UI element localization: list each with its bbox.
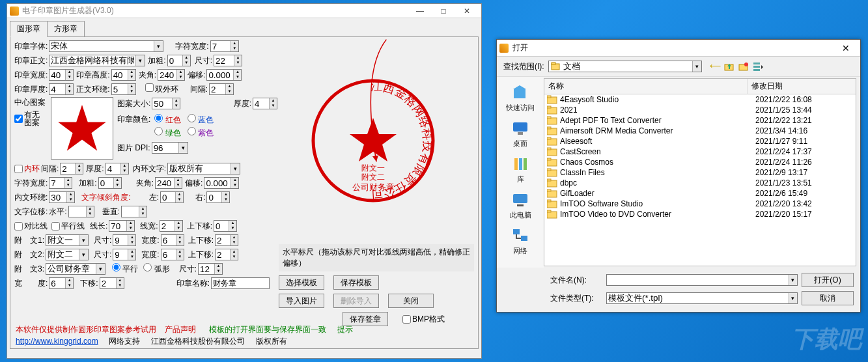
offset-spin[interactable]: ▲▼ (206, 69, 242, 81)
left-spin[interactable]: ▲▼ (160, 191, 184, 203)
lookin-combo[interactable]: ▾ (548, 61, 702, 72)
list-item[interactable]: GifLoader2021/2/6 15:49 (544, 188, 856, 199)
att2-combo[interactable]: ▾ (46, 249, 89, 260)
att2-w-spin[interactable]: ▲▼ (161, 249, 184, 260)
label-innertext: 内环文字: (133, 163, 166, 174)
footer-copy: 版权所有 (256, 337, 287, 346)
text-input[interactable]: ▾ (49, 55, 145, 66)
angle2-spin[interactable]: ▲▼ (155, 177, 182, 189)
down-spin[interactable]: ▲▼ (100, 277, 124, 289)
att2-ud-spin[interactable]: ▲▼ (215, 249, 238, 260)
sw-spin[interactable]: ▲▼ (49, 69, 74, 81)
angle-spin[interactable]: ▲▼ (158, 69, 185, 81)
import-image-button[interactable]: 导入图片 (279, 294, 324, 308)
choose-template-button[interactable]: 选择模板 (279, 275, 324, 290)
view-menu-icon[interactable] (753, 61, 763, 72)
list-item[interactable]: ClassIn Files2021/2/9 13:17 (544, 167, 856, 178)
color-green[interactable]: 绿色 (154, 127, 180, 139)
list-item[interactable]: CastScreen2021/2/24 17:37 (544, 146, 856, 157)
color-red[interactable]: 红色 (154, 114, 180, 126)
att1-combo[interactable]: ▾ (46, 234, 89, 246)
new-folder-icon[interactable] (738, 61, 749, 72)
thick-spin[interactable]: ▲▼ (49, 83, 74, 95)
list-item[interactable]: dbpc2021/1/23 13:51 (544, 178, 856, 188)
att1-w-spin[interactable]: ▲▼ (161, 234, 184, 246)
col-name[interactable]: 名称 (544, 79, 748, 94)
width-spin[interactable]: ▲▼ (49, 277, 74, 289)
att3-combo[interactable]: ▾ (46, 263, 105, 275)
folder-icon (547, 158, 557, 167)
delete-import-button[interactable]: 删除导入 (333, 294, 379, 308)
color-purple[interactable]: 紫色 (188, 127, 214, 139)
charw-spin[interactable]: ▲▼ (210, 40, 239, 52)
stampname-input[interactable] (211, 277, 270, 289)
bold-spin[interactable]: ▲▼ (167, 55, 191, 66)
parallel-checkbox[interactable] (51, 222, 60, 230)
has-pattern-checkbox[interactable] (14, 115, 23, 123)
voff-spin[interactable]: ▲▼ (121, 206, 147, 217)
list-item[interactable]: 4Easysoft Studio2021/2/22 16:08 (544, 94, 856, 105)
diag-checkbox[interactable] (14, 222, 23, 230)
tab-square[interactable]: 方形章 (47, 21, 85, 37)
back-icon[interactable]: ⟵ (710, 61, 720, 72)
list-item[interactable]: 20212021/1/25 13:44 (544, 105, 856, 115)
att2-size-spin[interactable]: ▲▼ (113, 249, 136, 260)
item-date: 2021/2/9 13:17 (755, 168, 853, 177)
list-item[interactable]: Adept PDF To Text Converter2021/2/22 13:… (544, 115, 856, 126)
charw2-spin[interactable]: ▲▼ (49, 177, 72, 189)
save-template-button[interactable]: 保存模板 (333, 275, 379, 290)
place-desktop[interactable]: 桌面 (511, 119, 529, 148)
close-preview-button[interactable]: 关闭 (388, 294, 434, 308)
gap-spin[interactable]: ▲▼ (209, 83, 234, 95)
filetype-combo[interactable]: ▾ (606, 292, 798, 304)
ud-spin[interactable]: ▲▼ (214, 220, 237, 232)
offset2-spin[interactable]: ▲▼ (204, 177, 239, 189)
att3-size-spin[interactable]: ▲▼ (198, 263, 223, 275)
file-rows[interactable]: 4Easysoft Studio2021/2/22 16:0820212021/… (544, 94, 856, 266)
col-date[interactable]: 修改日期 (748, 79, 845, 94)
innergap-spin[interactable]: ▲▼ (60, 163, 83, 174)
up-folder-icon[interactable] (724, 61, 735, 72)
psize-spin[interactable]: ▲▼ (152, 98, 180, 109)
linew-spin[interactable]: ▲▼ (160, 220, 183, 232)
innerwrap-spin[interactable]: ▲▼ (49, 191, 75, 203)
open-button[interactable]: 打开(O) (802, 273, 854, 287)
list-item[interactable]: Chaos Cosmos2021/2/24 11:26 (544, 157, 856, 167)
wrap-spin[interactable]: ▲▼ (111, 83, 136, 95)
size-spin[interactable]: ▲▼ (214, 55, 242, 66)
list-item[interactable]: ImTOO Software Studio2021/2/20 13:42 (544, 199, 856, 209)
font-select[interactable]: ▾ (49, 40, 163, 52)
list-item[interactable]: ImTOO Video to DVD Converter2021/2/20 15… (544, 209, 856, 219)
dpi-combo[interactable]: ▾ (152, 142, 188, 154)
list-item[interactable]: Aiseesoft2021/1/27 9:11 (544, 136, 856, 146)
place-lib[interactable]: 库 (511, 155, 529, 184)
att1-ud-spin[interactable]: ▲▼ (215, 234, 238, 246)
right-spin[interactable]: ▲▼ (206, 191, 230, 203)
tab-round[interactable]: 圆形章 (10, 21, 48, 37)
innertext-combo[interactable]: ▾ (167, 163, 240, 174)
innerthick-spin[interactable]: ▲▼ (105, 163, 129, 174)
filename-combo[interactable]: ▾ (606, 274, 798, 286)
layout-arc-radio[interactable]: 弧形 (143, 263, 169, 275)
double-ring-checkbox[interactable] (145, 83, 154, 92)
list-item[interactable]: Aimersoft DRM Media Converter2021/3/4 14… (544, 126, 856, 136)
minimize-button[interactable]: — (408, 5, 432, 18)
bold2-spin[interactable]: ▲▼ (98, 177, 122, 189)
thick2-spin[interactable]: ▲▼ (253, 98, 277, 109)
close-button[interactable]: ✕ (455, 5, 479, 18)
layout-parallel-radio[interactable]: 平行 (112, 263, 138, 275)
sh-spin[interactable]: ▲▼ (111, 69, 136, 81)
color-blue[interactable]: 蓝色 (188, 114, 214, 126)
place-net[interactable]: 网络 (511, 227, 529, 256)
maximize-button[interactable]: □ (432, 5, 455, 18)
att1-size-spin[interactable]: ▲▼ (113, 234, 136, 246)
svg-text:公司财务章: 公司财务章 (352, 182, 395, 192)
open-dialog-close-button[interactable]: ✕ (834, 43, 858, 53)
place-quick[interactable]: 快速访问 (506, 83, 535, 113)
cancel-button[interactable]: 取消 (802, 291, 854, 305)
place-pc[interactable]: 此电脑 (510, 191, 531, 220)
inner-ring-checkbox[interactable] (14, 165, 23, 173)
linelen-spin[interactable]: ▲▼ (109, 220, 135, 232)
hoff-spin[interactable]: ▲▼ (68, 206, 94, 217)
footer-url[interactable]: http://www.kinggrid.com (16, 337, 98, 346)
